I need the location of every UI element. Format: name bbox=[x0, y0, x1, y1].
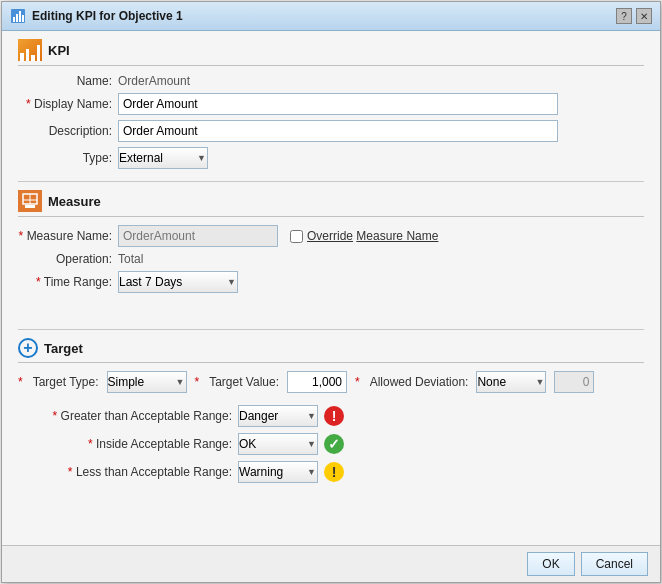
override-section: Override Measure Name bbox=[290, 229, 438, 243]
greater-than-select-wrapper: Danger Warning OK ▼ bbox=[238, 405, 318, 427]
time-range-select-wrapper: Last 7 Days Last 30 Days Last 90 Days Th… bbox=[118, 271, 238, 293]
operation-value: Total bbox=[118, 252, 143, 266]
type-row: Type: External Internal ▼ bbox=[18, 147, 644, 169]
kpi-section-title: KPI bbox=[48, 43, 70, 58]
less-than-row: Less than Acceptable Range: Warning Dang… bbox=[18, 461, 644, 483]
operation-label: Operation: bbox=[18, 252, 118, 266]
override-checkbox[interactable] bbox=[290, 230, 303, 243]
measure-name-input[interactable] bbox=[118, 225, 278, 247]
greater-than-select[interactable]: Danger Warning OK bbox=[238, 405, 318, 427]
title-bar: Editing KPI for Objective 1 ? ✕ bbox=[2, 2, 660, 31]
description-input[interactable] bbox=[118, 120, 558, 142]
target-type-asterisk: * bbox=[18, 375, 23, 389]
less-than-select-wrapper: Warning Danger OK ▼ bbox=[238, 461, 318, 483]
target-type-select[interactable]: Simple Range bbox=[107, 371, 187, 393]
operation-row: Operation: Total bbox=[18, 252, 644, 266]
measure-name-row: Measure Name: Override Measure Name bbox=[18, 225, 644, 247]
dialog-footer: OK Cancel bbox=[2, 545, 660, 582]
dialog-content: KPI Name: OrderAmount Display Name: Desc… bbox=[2, 31, 660, 545]
allowed-deviation-label: Allowed Deviation: bbox=[370, 375, 469, 389]
display-name-label: Display Name: bbox=[18, 97, 118, 111]
less-than-label: Less than Acceptable Range: bbox=[18, 465, 238, 479]
deviation-number-input[interactable] bbox=[554, 371, 594, 393]
type-select[interactable]: External Internal bbox=[118, 147, 208, 169]
inside-row: Inside Acceptable Range: OK Warning Dang… bbox=[18, 433, 644, 455]
description-label: Description: bbox=[18, 124, 118, 138]
target-type-select-wrapper: Simple Range ▼ bbox=[107, 371, 187, 393]
type-label: Type: bbox=[18, 151, 118, 165]
allowed-deviation-select-wrapper: None Percentage Absolute ▼ bbox=[476, 371, 546, 393]
measure-section-header: Measure bbox=[18, 190, 644, 217]
measure-name-label: Measure Name: bbox=[18, 229, 118, 243]
help-button[interactable]: ? bbox=[616, 8, 632, 24]
inside-select[interactable]: OK Warning Danger bbox=[238, 433, 318, 455]
ok-button[interactable]: OK bbox=[527, 552, 574, 576]
kpi-section-header: KPI bbox=[18, 39, 644, 66]
name-row: Name: OrderAmount bbox=[18, 74, 644, 88]
target-value-label: Target Value: bbox=[209, 375, 279, 389]
divider-2 bbox=[18, 329, 644, 330]
close-button[interactable]: ✕ bbox=[636, 8, 652, 24]
dialog: Editing KPI for Objective 1 ? ✕ KPI Name… bbox=[1, 1, 661, 583]
inside-status-icon: ✓ bbox=[324, 434, 344, 454]
inside-select-wrapper: OK Warning Danger ▼ bbox=[238, 433, 318, 455]
kpi-icon bbox=[18, 39, 42, 61]
target-type-row: * Target Type: Simple Range ▼ * Target V… bbox=[18, 371, 644, 393]
display-name-input[interactable] bbox=[118, 93, 558, 115]
greater-than-status-icon: ! bbox=[324, 406, 344, 426]
time-range-row: Time Range: Last 7 Days Last 30 Days Las… bbox=[18, 271, 644, 293]
svg-rect-1 bbox=[13, 17, 15, 22]
time-range-select[interactable]: Last 7 Days Last 30 Days Last 90 Days Th… bbox=[118, 271, 238, 293]
target-icon: + bbox=[18, 338, 38, 358]
measure-section-title: Measure bbox=[48, 194, 101, 209]
measure-section: Measure Measure Name: Override Measure N… bbox=[18, 190, 644, 293]
display-name-row: Display Name: bbox=[18, 93, 644, 115]
svg-rect-2 bbox=[16, 14, 18, 22]
svg-rect-8 bbox=[25, 205, 35, 208]
svg-rect-4 bbox=[22, 15, 24, 22]
time-range-label: Time Range: bbox=[18, 275, 118, 289]
target-value-input[interactable] bbox=[287, 371, 347, 393]
measure-icon bbox=[18, 190, 42, 212]
dialog-title: Editing KPI for Objective 1 bbox=[32, 9, 183, 23]
type-select-wrapper: External Internal ▼ bbox=[118, 147, 208, 169]
title-bar-left: Editing KPI for Objective 1 bbox=[10, 8, 183, 24]
target-value-asterisk: * bbox=[195, 375, 200, 389]
greater-than-row: Greater than Acceptable Range: Danger Wa… bbox=[18, 405, 644, 427]
less-than-select[interactable]: Warning Danger OK bbox=[238, 461, 318, 483]
override-label: Override Measure Name bbox=[307, 229, 438, 243]
allowed-deviation-select[interactable]: None Percentage Absolute bbox=[476, 371, 546, 393]
greater-than-label: Greater than Acceptable Range: bbox=[18, 409, 238, 423]
inside-label: Inside Acceptable Range: bbox=[18, 437, 238, 451]
cancel-button[interactable]: Cancel bbox=[581, 552, 648, 576]
dialog-icon bbox=[10, 8, 26, 24]
svg-rect-3 bbox=[19, 11, 21, 22]
spacer bbox=[18, 305, 644, 321]
name-value: OrderAmount bbox=[118, 74, 190, 88]
divider-1 bbox=[18, 181, 644, 182]
name-label: Name: bbox=[18, 74, 118, 88]
description-row: Description: bbox=[18, 120, 644, 142]
less-than-status-icon: ! bbox=[324, 462, 344, 482]
target-section-title: Target bbox=[44, 341, 83, 356]
target-type-label: Target Type: bbox=[33, 375, 99, 389]
target-section-header: + Target bbox=[18, 338, 644, 363]
target-section: + Target * Target Type: Simple Range ▼ *… bbox=[18, 338, 644, 483]
kpi-section: KPI Name: OrderAmount Display Name: Desc… bbox=[18, 39, 644, 169]
allowed-deviation-asterisk: * bbox=[355, 375, 360, 389]
title-bar-right: ? ✕ bbox=[616, 8, 652, 24]
